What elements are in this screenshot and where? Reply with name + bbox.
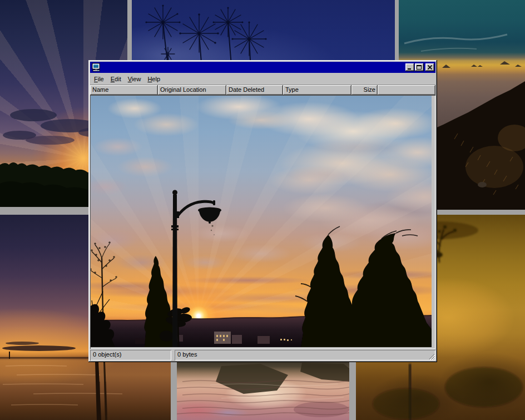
minimize-icon bbox=[408, 68, 411, 70]
minimize-button[interactable] bbox=[405, 63, 414, 71]
column-header-size[interactable]: Size bbox=[351, 85, 378, 95]
photo-silhouettes bbox=[91, 96, 432, 347]
maximize-icon bbox=[417, 65, 422, 70]
list-view-photo-background bbox=[91, 96, 435, 348]
status-bar: 0 object(s) 0 bytes bbox=[90, 350, 435, 360]
column-header-type[interactable]: Type bbox=[283, 85, 351, 95]
column-header-date-deleted[interactable]: Date Deleted bbox=[226, 85, 283, 95]
resize-grip[interactable] bbox=[428, 353, 435, 360]
list-view[interactable] bbox=[90, 95, 435, 349]
menu-bar: FileEditViewHelp bbox=[90, 73, 435, 85]
column-header-name[interactable]: Name bbox=[90, 85, 158, 95]
close-button[interactable] bbox=[425, 63, 434, 71]
menu-edit[interactable]: Edit bbox=[107, 75, 125, 84]
column-header-filler bbox=[378, 85, 435, 95]
menu-file[interactable]: File bbox=[91, 75, 107, 84]
menu-view[interactable]: View bbox=[125, 75, 145, 84]
close-icon bbox=[428, 65, 432, 70]
column-headers: NameOriginal LocationDate DeletedTypeSiz… bbox=[90, 85, 435, 95]
recycle-bin-window: FileEditViewHelp NameOriginal LocationDa… bbox=[88, 60, 437, 362]
status-object-count: 0 object(s) bbox=[90, 350, 171, 360]
menu-help[interactable]: Help bbox=[144, 75, 164, 84]
right-trees-silhouette bbox=[301, 233, 432, 347]
status-byte-count: 0 bytes bbox=[175, 350, 435, 360]
computer-icon[interactable] bbox=[92, 63, 101, 72]
titlebar[interactable] bbox=[90, 62, 435, 73]
maximize-button[interactable] bbox=[415, 63, 424, 71]
desktop: { "window": { "title": "", "icon": "comp… bbox=[0, 0, 525, 420]
column-header-original-location[interactable]: Original Location bbox=[158, 85, 226, 95]
